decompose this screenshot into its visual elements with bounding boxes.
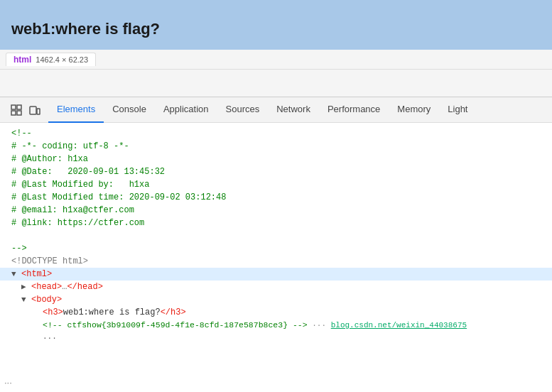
devtools-toolbar: Elements Console Application Sources Net… xyxy=(0,97,552,123)
code-text: # @Date: 2020-09-01 13:45:32 xyxy=(11,165,165,178)
code-line-ctf: <!-- ctfshow{3b91009f-459d-4f1e-8cfd-187… xyxy=(0,319,552,332)
code-line: # @Date: 2020-09-01 13:45:32 xyxy=(0,165,552,178)
devtools-icon-group xyxy=(3,102,48,118)
code-line: # @email: h1xa@ctfer.com xyxy=(0,204,552,217)
code-line: # -*- coding: utf-8 -*- xyxy=(0,140,552,153)
arrow-icon: ▼ xyxy=(21,293,31,306)
code-area: <!-- # -*- coding: utf-8 -*- # @Author: … xyxy=(0,123,552,349)
code-text: # @Last Modified by: h1xa xyxy=(11,178,149,191)
code-line: <!DOCTYPE html> xyxy=(0,255,552,268)
inspect-icon[interactable] xyxy=(9,102,24,118)
tab-console[interactable]: Console xyxy=(104,97,155,123)
code-annotation: ··· blog.csdn.net/weixin_44038675 xyxy=(308,319,467,332)
page-title: web1:where is flag? xyxy=(11,20,160,38)
code-line: # @link: https://ctfer.com xyxy=(0,217,552,229)
tab-sources[interactable]: Sources xyxy=(217,97,269,123)
code-line: ▶<head>…</head> xyxy=(0,281,552,293)
code-text: </head> xyxy=(67,281,102,293)
code-text: <!-- ctfshow{3b91009f-459d-4f1e-8cfd-187… xyxy=(43,319,308,332)
code-text: web1:where is flag? xyxy=(63,306,161,319)
html-tab[interactable]: html 1462.4 × 62.23 xyxy=(6,53,96,66)
code-text: # @email: h1xa@ctfer.com xyxy=(11,204,134,217)
code-line-html[interactable]: ▼<html> xyxy=(0,268,552,281)
code-line: # @Last Modified time: 2020-09-02 03:12:… xyxy=(0,191,552,204)
arrow-icon: ▼ xyxy=(11,268,21,281)
code-line: # @Author: h1xa xyxy=(0,153,552,165)
svg-rect-2 xyxy=(11,111,16,115)
code-text: … xyxy=(62,281,67,293)
svg-rect-0 xyxy=(11,105,16,109)
code-text: <body> xyxy=(31,293,62,306)
code-line: --> xyxy=(0,242,552,255)
html-tag-label: html xyxy=(13,55,31,65)
code-text: # @link: https://ctfer.com xyxy=(11,217,144,229)
code-text: # @Author: h1xa xyxy=(11,153,88,165)
svg-rect-5 xyxy=(37,109,40,114)
svg-rect-1 xyxy=(17,105,21,109)
code-text: # -*- coding: utf-8 -*- xyxy=(11,140,129,153)
browser-top-bar: web1:where is flag? xyxy=(0,0,552,50)
expand-dots[interactable]: ··· xyxy=(4,377,12,388)
device-toggle-icon[interactable] xyxy=(27,102,43,118)
code-text: <h3> xyxy=(43,306,63,319)
code-line: # @Last Modified by: h1xa xyxy=(0,178,552,191)
tab-elements[interactable]: Elements xyxy=(48,97,104,123)
tab-light[interactable]: Light xyxy=(439,97,476,123)
tab-dimensions: 1462.4 × 62.23 xyxy=(36,55,88,64)
code-text: <!-- xyxy=(11,127,32,140)
tab-performance[interactable]: Performance xyxy=(319,97,389,123)
svg-rect-3 xyxy=(17,111,21,115)
code-text: --> xyxy=(11,242,27,255)
code-text: ··· xyxy=(43,332,57,344)
code-text: # @Last Modified time: 2020-09-02 03:12:… xyxy=(11,191,226,204)
code-text: </h3> xyxy=(161,306,186,319)
code-line-partial: ··· xyxy=(0,332,540,344)
code-line: ▼<body> xyxy=(0,293,552,306)
code-text: <head> xyxy=(31,281,62,293)
code-line: <h3>web1:where is flag?</h3> xyxy=(0,306,552,319)
code-text: <!DOCTYPE html> xyxy=(11,255,88,268)
svg-rect-4 xyxy=(30,107,36,114)
code-line xyxy=(0,229,552,242)
code-text: <html> xyxy=(21,268,52,281)
code-line: <!-- xyxy=(0,127,552,140)
browser-tab-row: html 1462.4 × 62.23 xyxy=(0,50,552,70)
arrow-icon: ▶ xyxy=(21,281,31,293)
browser-content-gap xyxy=(0,70,552,97)
devtools-tabs: Elements Console Application Sources Net… xyxy=(48,97,476,123)
tab-memory[interactable]: Memory xyxy=(389,97,439,123)
devtools-panel: Elements Console Application Sources Net… xyxy=(0,97,552,349)
tab-application[interactable]: Application xyxy=(155,97,217,123)
tab-network[interactable]: Network xyxy=(268,97,319,123)
